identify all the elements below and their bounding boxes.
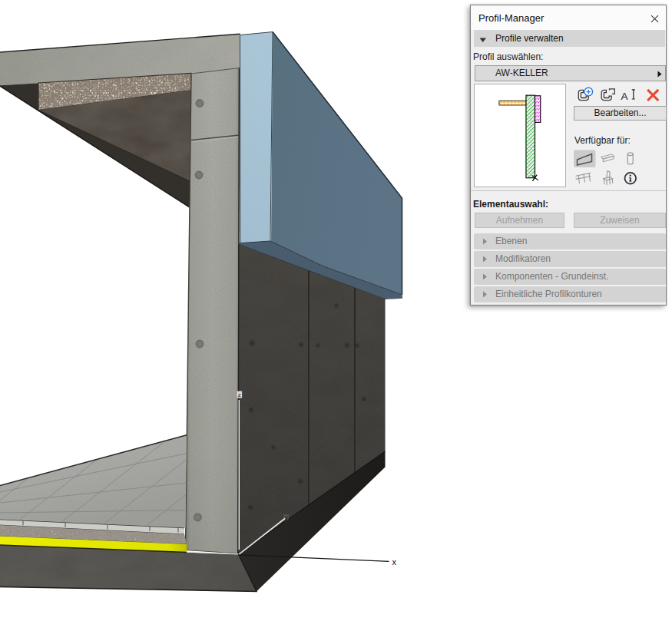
svg-text:x: x — [392, 557, 397, 566]
svg-text:A: A — [621, 91, 628, 102]
svg-text:z: z — [238, 391, 241, 398]
